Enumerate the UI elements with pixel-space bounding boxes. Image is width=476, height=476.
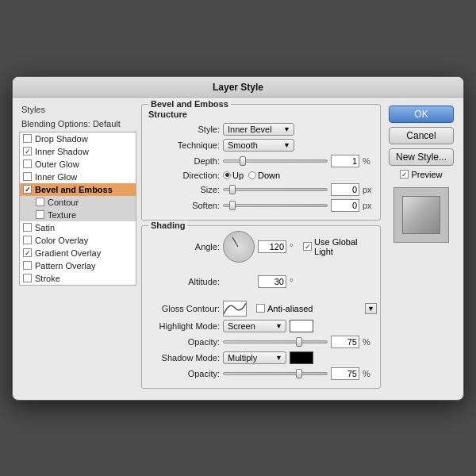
highlight-mode-row: Highlight Mode: Screen ▼: [148, 320, 374, 332]
technique-dropdown[interactable]: Smooth ▼: [223, 139, 294, 152]
radio-up-icon[interactable]: [223, 171, 231, 179]
size-slider[interactable]: [223, 188, 328, 191]
depth-input[interactable]: [331, 155, 359, 167]
list-item[interactable]: Stroke: [20, 272, 136, 285]
layer-style-dialog: Layer Style Styles Blending Options: Def…: [12, 76, 464, 401]
list-item[interactable]: Drop Shadow: [20, 132, 136, 145]
highlight-color-swatch[interactable]: [290, 320, 313, 332]
inner-shadow-label: Inner Shadow: [35, 147, 89, 156]
depth-slider[interactable]: [223, 159, 328, 163]
bevel-emboss-section-label: Bevel and Emboss: [148, 99, 231, 109]
direction-up[interactable]: Up: [223, 171, 244, 180]
inner-glow-label: Inner Glow: [35, 172, 77, 182]
angle-input[interactable]: [258, 240, 286, 253]
angle-label: Angle:: [148, 242, 220, 251]
use-global-light-label: Use Global Light: [314, 237, 374, 256]
opacity2-input[interactable]: [331, 367, 359, 380]
opacity2-label: Opacity:: [148, 369, 220, 378]
direction-down[interactable]: Down: [248, 171, 280, 180]
depth-row: Depth: %: [148, 155, 374, 167]
opacity2-slider[interactable]: [223, 372, 328, 375]
list-item[interactable]: Pattern Overlay: [20, 259, 136, 272]
list-item-bevel-emboss[interactable]: Bevel and Emboss: [20, 183, 136, 196]
satin-checkbox[interactable]: [23, 223, 32, 232]
angle-dial[interactable]: [223, 231, 255, 263]
style-row: Style: Inner Bevel ▼: [148, 123, 374, 136]
direction-label: Direction:: [148, 171, 220, 180]
stroke-checkbox[interactable]: [23, 274, 32, 282]
inner-shadow-checkbox[interactable]: [23, 147, 32, 155]
size-thumb[interactable]: [229, 185, 236, 194]
opacity2-thumb[interactable]: [296, 369, 302, 378]
size-unit: px: [363, 185, 374, 194]
left-panel: Styles Blending Options: Default Drop Sh…: [19, 104, 136, 393]
shadow-mode-dropdown[interactable]: Multiply ▼: [223, 351, 286, 364]
dialog-title: Layer Style: [13, 77, 463, 98]
blending-options-label: Blending Options: Default: [19, 117, 136, 130]
opacity2-unit: %: [363, 369, 374, 378]
soften-input[interactable]: [331, 199, 359, 212]
gloss-contour-row: Gloss Contour: ▼ Anti-aliased: [148, 301, 374, 317]
preview-checkbox[interactable]: [400, 170, 409, 178]
altitude-input[interactable]: [258, 275, 286, 288]
list-item[interactable]: Outer Glow: [20, 158, 136, 171]
technique-row: Technique: Smooth ▼: [148, 139, 374, 152]
styles-header: Styles: [19, 104, 136, 115]
outer-glow-checkbox[interactable]: [23, 159, 32, 168]
depth-label: Depth:: [148, 156, 220, 166]
opacity2-row: Opacity: %: [148, 367, 374, 380]
list-item[interactable]: Gradient Overlay: [20, 247, 136, 259]
gradient-overlay-checkbox[interactable]: [23, 248, 32, 257]
ok-button[interactable]: OK: [389, 106, 454, 123]
angle-indicator: [232, 236, 239, 247]
preview-box: [393, 187, 449, 243]
soften-thumb[interactable]: [229, 201, 236, 210]
direction-row: Direction: Up Down: [148, 171, 374, 180]
highlight-mode-dropdown[interactable]: Screen ▼: [223, 320, 286, 332]
use-global-light-checkbox[interactable]: [303, 242, 312, 251]
list-item-contour[interactable]: Contour: [20, 196, 136, 209]
bevel-emboss-checkbox[interactable]: [23, 185, 32, 194]
chevron-down-icon: ▼: [283, 141, 290, 149]
angle-unit: °: [290, 242, 300, 251]
chevron-down-icon: ▼: [283, 125, 290, 133]
list-item-texture[interactable]: Texture: [20, 209, 136, 221]
size-input[interactable]: [331, 183, 359, 196]
altitude-unit: °: [290, 277, 301, 286]
gloss-contour-arrow[interactable]: ▼: [365, 303, 377, 314]
list-item[interactable]: Color Overlay: [20, 234, 136, 247]
gloss-contour-swatch[interactable]: [223, 301, 247, 317]
opacity1-thumb[interactable]: [296, 337, 302, 347]
list-item[interactable]: Satin: [20, 221, 136, 234]
depth-thumb[interactable]: [240, 156, 246, 166]
opacity1-input[interactable]: [331, 336, 359, 348]
anti-aliased-checkbox[interactable]: [256, 304, 265, 313]
bevel-emboss-section: Bevel and Emboss Structure Style: Inner …: [141, 104, 381, 221]
drop-shadow-checkbox[interactable]: [23, 134, 32, 143]
technique-label: Technique:: [148, 140, 220, 150]
list-item[interactable]: Inner Glow: [20, 171, 136, 183]
cancel-button[interactable]: Cancel: [389, 127, 454, 144]
pattern-overlay-checkbox[interactable]: [23, 261, 32, 270]
texture-checkbox[interactable]: [36, 210, 44, 219]
radio-down-icon[interactable]: [248, 171, 256, 179]
new-style-button[interactable]: New Style...: [389, 148, 454, 166]
up-label: Up: [232, 171, 244, 180]
altitude-row: Altitude: °: [148, 266, 374, 298]
angle-row: Angle: ° Use Global Light: [148, 231, 374, 263]
list-item[interactable]: Inner Shadow: [20, 145, 136, 158]
soften-slider[interactable]: [223, 204, 328, 207]
shadow-mode-label: Shadow Mode:: [148, 353, 220, 363]
style-dropdown[interactable]: Inner Bevel ▼: [223, 123, 294, 136]
opacity1-label: Opacity:: [148, 337, 220, 347]
shadow-mode-row: Shadow Mode: Multiply ▼: [148, 351, 374, 364]
inner-glow-checkbox[interactable]: [23, 172, 32, 181]
opacity1-slider[interactable]: [223, 340, 328, 344]
shadow-color-swatch[interactable]: [290, 351, 313, 364]
preview-checkbox-row: Preview: [400, 170, 442, 179]
satin-label: Satin: [35, 223, 55, 232]
contour-checkbox[interactable]: [36, 198, 44, 206]
center-panel: Bevel and Emboss Structure Style: Inner …: [141, 104, 381, 393]
anti-aliased-row: Anti-aliased: [256, 304, 313, 313]
color-overlay-checkbox[interactable]: [23, 236, 32, 244]
